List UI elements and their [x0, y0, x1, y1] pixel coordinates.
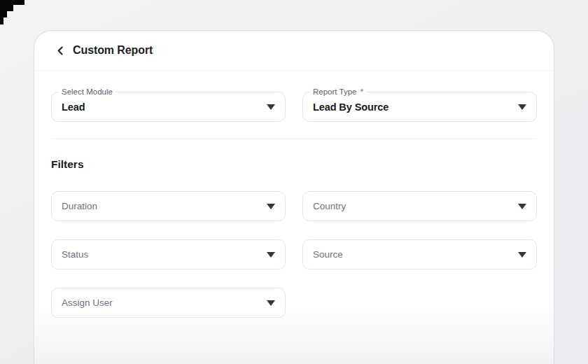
select-module-label: Select Module: [59, 87, 115, 97]
chevron-down-icon: [267, 204, 275, 209]
report-type-dropdown[interactable]: Report Type * Lead By Source: [302, 92, 537, 122]
assign-user-placeholder: Assign User: [62, 298, 113, 308]
report-type-label: Report Type *: [310, 87, 366, 97]
chevron-down-icon: [267, 252, 275, 258]
chevron-down-icon: [267, 104, 275, 110]
report-form: Select Module Lead Report Type * Lead By…: [34, 92, 554, 318]
status-placeholder: Status: [62, 249, 88, 260]
required-asterisk: *: [360, 88, 363, 96]
country-placeholder: Country: [313, 201, 346, 211]
module-row: Select Module Lead Report Type * Lead By…: [51, 92, 537, 122]
select-module-dropdown[interactable]: Select Module Lead: [51, 92, 286, 122]
chevron-down-icon: [518, 204, 526, 209]
chevron-left-icon: [55, 45, 66, 57]
page-background: Custom Report Select Module Lead Report …: [0, 0, 588, 364]
report-type-value: Lead By Source: [313, 102, 388, 113]
duration-placeholder: Duration: [62, 201, 97, 211]
duration-dropdown[interactable]: Duration: [51, 191, 286, 221]
chevron-down-icon: [518, 104, 526, 110]
filters-grid: Duration Country Status Source Assign Us: [51, 191, 537, 318]
page-title: Custom Report: [73, 44, 153, 57]
corner-artifact: [0, 0, 25, 25]
custom-report-card: Custom Report Select Module Lead Report …: [34, 30, 554, 364]
select-module-value: Lead: [62, 102, 85, 113]
chevron-down-icon: [518, 252, 526, 258]
status-dropdown[interactable]: Status: [51, 239, 286, 270]
report-type-label-text: Report Type: [313, 88, 356, 96]
filters-heading: Filters: [51, 158, 537, 171]
back-button[interactable]: [53, 43, 67, 57]
select-module-label-text: Select Module: [62, 88, 113, 96]
chevron-down-icon: [267, 300, 275, 306]
source-dropdown[interactable]: Source: [302, 239, 537, 270]
card-header: Custom Report: [34, 31, 554, 71]
section-divider: [51, 139, 537, 139]
source-placeholder: Source: [313, 249, 343, 260]
country-dropdown[interactable]: Country: [302, 191, 537, 221]
assign-user-dropdown[interactable]: Assign User: [51, 288, 286, 318]
